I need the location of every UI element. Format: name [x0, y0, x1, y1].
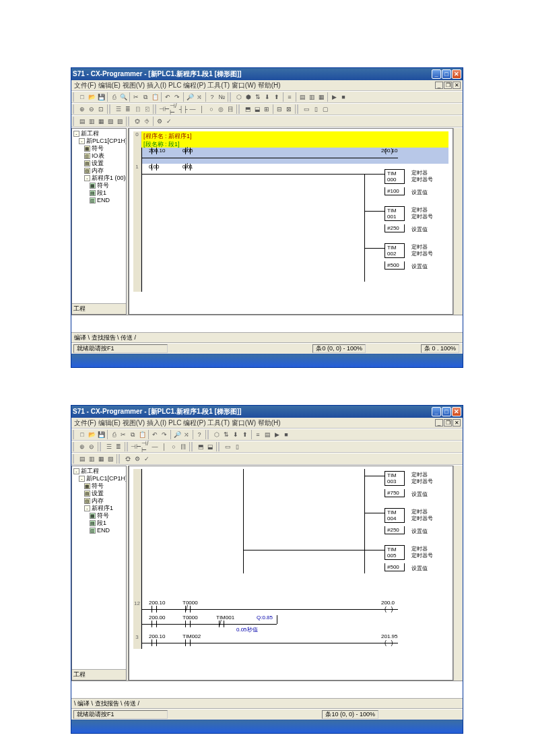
taskbar[interactable] — [71, 720, 463, 733]
mdi-minimize-button[interactable]: _ — [435, 82, 443, 89]
tree-prog[interactable]: 新程序1 — [92, 505, 113, 511]
minimize-button[interactable]: _ — [432, 407, 441, 416]
rung-above-icon[interactable]: ⬒ — [243, 104, 253, 114]
open-file-icon[interactable]: 📂 — [87, 92, 96, 102]
mdi-minimize-button[interactable]: _ — [435, 419, 443, 427]
hline-icon[interactable]: — — [188, 104, 197, 114]
tree-item[interactable]: 符号 — [97, 512, 109, 519]
download-icon[interactable]: ⬇ — [231, 430, 240, 439]
tree-item[interactable]: 设置 — [92, 160, 104, 166]
online-icon[interactable]: ⬡ — [234, 92, 244, 102]
section-icon[interactable]: ⯐ — [123, 454, 133, 464]
upload-icon[interactable]: ⬆ — [240, 430, 250, 439]
tree-item[interactable]: IO表 — [92, 152, 104, 159]
new-file-icon[interactable]: □ — [77, 92, 87, 102]
project-tree[interactable]: -新工程 -新PLC1[CP1H] 离线 ▦符号 ▥IO表 ▤设置 ▧内存 -新… — [72, 129, 126, 303]
compile-icon[interactable]: ⚙ — [133, 454, 142, 464]
contact-no-icon[interactable]: ⊣⊢ — [131, 442, 141, 451]
output-tabs[interactable]: 编译 \ 查找报告 \ 传送 / — [71, 332, 463, 343]
titlebar[interactable]: S71 - CX-Programmer - [新PLC1.新程序1.段1 [梯形… — [71, 406, 463, 418]
maximize-button[interactable]: □ — [442, 407, 451, 416]
contact-no-icon[interactable]: ⊣⊢ — [160, 104, 169, 114]
transfer-icon[interactable]: ⇅ — [222, 430, 231, 439]
tree-item[interactable]: 符号 — [97, 182, 109, 189]
vline-icon[interactable]: │ — [160, 442, 169, 451]
close-button[interactable]: ✕ — [452, 69, 461, 79]
rung-0[interactable]: 200.10 0.05 200.10 ( ) — [141, 148, 448, 164]
view-mnemonic-icon[interactable]: ≣ — [123, 104, 133, 114]
zoom-in-icon[interactable]: ⊕ — [77, 104, 87, 114]
online-icon[interactable]: ⬡ — [212, 430, 222, 439]
output-icon[interactable]: ▥ — [87, 117, 96, 126]
tree-item[interactable]: 符号 — [92, 145, 104, 152]
address-ref-icon[interactable]: ▧ — [106, 454, 115, 464]
output-icon[interactable]: ▥ — [87, 454, 96, 464]
project-tree-icon[interactable]: ▤ — [77, 117, 87, 126]
run-icon[interactable]: ▶ — [329, 92, 339, 102]
window-cascade-icon[interactable]: ▯ — [232, 442, 242, 451]
contact-nc-icon[interactable]: ⊣/⊢ — [141, 442, 150, 451]
compare-icon[interactable]: ≡ — [285, 92, 294, 102]
sidebar-tab[interactable]: 工程 — [72, 669, 126, 680]
titlebar[interactable]: S71 - CX-Programmer - [新PLC1.新程序1.段1 [梯形… — [71, 68, 463, 80]
rung-below-icon[interactable]: ⬓ — [205, 442, 215, 451]
work-online-icon[interactable]: ⬢ — [244, 92, 253, 102]
save-icon[interactable]: 💾 — [96, 92, 106, 102]
replace-icon[interactable]: ⤭ — [195, 92, 204, 102]
rung-13[interactable]: 200.00 T0000 TIM001 Q:0.85 0.05秒值 — [141, 615, 448, 634]
window-cascade-icon[interactable]: ▯ — [311, 104, 321, 114]
ladder-editor[interactable]: TIM003 定时器 定时器号 #750 设置值 TIM004 定时器 定时器号… — [129, 466, 453, 681]
open-file-icon[interactable]: 📂 — [87, 430, 96, 439]
tree-root[interactable]: 新工程 — [81, 130, 99, 137]
window-tile-icon[interactable]: ▭ — [302, 104, 311, 114]
compile-all-icon[interactable]: ✓ — [142, 454, 152, 464]
tree-item[interactable]: 符号 — [92, 482, 104, 489]
print-icon[interactable]: ⎙ — [109, 92, 119, 102]
replace-icon[interactable]: ⤭ — [182, 430, 191, 439]
window-arrange-icon[interactable]: ▢ — [321, 104, 330, 114]
tree-prog[interactable]: 新程序1 (00) — [92, 175, 126, 181]
zoom-out-icon[interactable]: ⊖ — [87, 442, 96, 451]
tree-plc[interactable]: 新PLC1[CP1H] 离线 — [86, 475, 126, 482]
new-file-icon[interactable]: □ — [77, 430, 87, 439]
tree-item[interactable]: END — [97, 197, 110, 203]
tim-block[interactable]: TIM000 — [385, 169, 405, 184]
rung-above-icon[interactable]: ⬒ — [196, 442, 205, 451]
vertical-scrollbar[interactable] — [453, 466, 463, 681]
help-icon[interactable]: ? — [207, 92, 217, 102]
tree-item[interactable]: 内存 — [92, 167, 104, 174]
context-help-icon[interactable]: № — [217, 92, 226, 102]
find-icon[interactable]: 🔎 — [185, 92, 195, 102]
tree-item[interactable]: END — [97, 527, 110, 534]
mdi-restore-button[interactable]: ❐ — [444, 419, 452, 427]
monitor-icon[interactable]: ▤ — [298, 92, 307, 102]
stop-icon[interactable]: ■ — [339, 92, 348, 102]
view-mnemonic-icon[interactable]: ≣ — [114, 442, 123, 451]
tim-block[interactable]: TIM001 — [385, 206, 405, 221]
cut-icon[interactable]: ✂ — [119, 430, 128, 439]
compile-icon[interactable]: ⚙ — [155, 117, 164, 126]
tim-block[interactable]: TIM004 — [385, 508, 405, 523]
coil-not-icon[interactable]: ◎ — [216, 104, 226, 114]
section-icon[interactable]: ⯐ — [133, 117, 142, 126]
redo-icon[interactable]: ↷ — [172, 92, 182, 102]
contact-or-icon[interactable]: ┤├ — [178, 104, 188, 114]
watch-icon[interactable]: ▦ — [96, 117, 106, 126]
tim-block[interactable]: TIM002 — [385, 243, 405, 258]
rung-1[interactable]: 0.00 0.01 TIM000 定时器 定时器号 #100 设置值 — [141, 164, 448, 292]
coil-icon[interactable]: ○ — [207, 104, 216, 114]
preview-icon[interactable]: 🔍 — [119, 92, 128, 102]
cut-icon[interactable]: ✂ — [131, 92, 141, 102]
tim-block[interactable]: TIM005 — [385, 545, 405, 560]
zoom-fit-icon[interactable]: ⊡ — [96, 104, 106, 114]
view-comment-icon[interactable]: ⌸ — [133, 104, 142, 114]
close-button[interactable]: ✕ — [452, 407, 461, 416]
coil-icon[interactable]: ○ — [169, 442, 178, 451]
row-insert-icon[interactable]: ⊞ — [262, 104, 271, 114]
watch-icon[interactable]: ▦ — [96, 454, 106, 464]
sidebar-tab[interactable]: 工程 — [72, 303, 126, 314]
compare-icon[interactable]: ≡ — [253, 430, 263, 439]
hline-icon[interactable]: — — [150, 442, 160, 451]
help-icon[interactable]: ? — [195, 430, 204, 439]
stop-icon[interactable]: ■ — [281, 430, 291, 439]
